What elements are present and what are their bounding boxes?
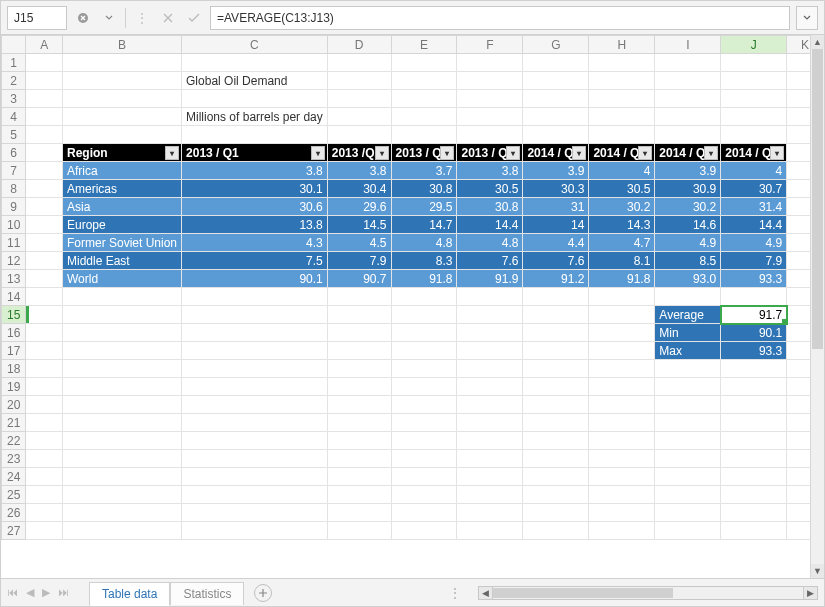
cell[interactable] (62, 432, 181, 450)
cell[interactable] (589, 432, 655, 450)
row-header-13[interactable]: 13 (2, 270, 26, 288)
data-cell[interactable]: 4.8 (457, 234, 523, 252)
cell[interactable] (182, 432, 328, 450)
row-header-25[interactable]: 25 (2, 486, 26, 504)
cell[interactable] (589, 378, 655, 396)
row-header-9[interactable]: 9 (2, 198, 26, 216)
cell[interactable] (589, 450, 655, 468)
cell[interactable] (62, 396, 181, 414)
nav-prev-icon[interactable]: ◀ (26, 586, 34, 599)
sheet-tab-statistics[interactable]: Statistics (170, 582, 244, 605)
cell[interactable] (62, 288, 181, 306)
col-header-A[interactable]: A (26, 36, 63, 54)
data-cell[interactable]: 3.9 (655, 162, 721, 180)
region-cell[interactable]: Africa (62, 162, 181, 180)
cell[interactable] (655, 54, 721, 72)
cell[interactable] (523, 108, 589, 126)
filter-icon[interactable]: ▾ (311, 146, 325, 160)
cell[interactable] (26, 252, 63, 270)
filter-icon[interactable]: ▾ (165, 146, 179, 160)
cell[interactable] (391, 342, 457, 360)
cell[interactable] (523, 414, 589, 432)
data-cell[interactable]: 7.6 (523, 252, 589, 270)
data-cell[interactable]: 4.4 (523, 234, 589, 252)
data-cell[interactable]: 8.1 (589, 252, 655, 270)
subtitle-cell[interactable]: Millions of barrels per day (182, 108, 328, 126)
vertical-scrollbar[interactable]: ▲ ▼ (810, 35, 824, 578)
cell[interactable] (523, 342, 589, 360)
cell[interactable] (523, 360, 589, 378)
cell[interactable] (62, 306, 181, 324)
cell[interactable] (26, 468, 63, 486)
cell[interactable] (391, 360, 457, 378)
cell[interactable] (182, 504, 328, 522)
cell[interactable] (655, 360, 721, 378)
cell[interactable] (457, 288, 523, 306)
cell[interactable] (327, 288, 391, 306)
cell[interactable] (391, 72, 457, 90)
cell[interactable] (391, 90, 457, 108)
cell[interactable] (457, 468, 523, 486)
filter-icon[interactable]: ▾ (375, 146, 389, 160)
row-header-24[interactable]: 24 (2, 468, 26, 486)
cell[interactable] (655, 468, 721, 486)
sheet-tab-table-data[interactable]: Table data (89, 582, 170, 606)
table-header[interactable]: 2013 / Q4▾ (457, 144, 523, 162)
data-cell[interactable]: 14.4 (457, 216, 523, 234)
cell[interactable] (327, 324, 391, 342)
cell[interactable] (26, 414, 63, 432)
data-cell[interactable]: 3.9 (523, 162, 589, 180)
cell[interactable] (26, 396, 63, 414)
cell[interactable] (327, 342, 391, 360)
data-cell[interactable]: 91.2 (523, 270, 589, 288)
data-cell[interactable]: 93.0 (655, 270, 721, 288)
data-cell[interactable]: 14.7 (391, 216, 457, 234)
cell[interactable] (26, 378, 63, 396)
cell[interactable] (589, 306, 655, 324)
cell[interactable] (655, 288, 721, 306)
data-cell[interactable]: 30.6 (182, 198, 328, 216)
filter-icon[interactable]: ▾ (506, 146, 520, 160)
data-cell[interactable]: 7.6 (457, 252, 523, 270)
data-cell[interactable]: 4.9 (655, 234, 721, 252)
filter-icon[interactable]: ▾ (704, 146, 718, 160)
cell[interactable] (457, 126, 523, 144)
clear-icon[interactable] (73, 8, 93, 28)
cell[interactable] (62, 324, 181, 342)
splitter-icon[interactable]: ⋮ (449, 586, 462, 600)
cell[interactable] (523, 450, 589, 468)
cell[interactable] (182, 126, 328, 144)
cell[interactable] (721, 486, 787, 504)
col-header-H[interactable]: H (589, 36, 655, 54)
scroll-down-icon[interactable]: ▼ (811, 564, 824, 578)
cell[interactable] (391, 54, 457, 72)
cell[interactable] (721, 450, 787, 468)
cell[interactable] (26, 54, 63, 72)
data-cell[interactable]: 3.8 (182, 162, 328, 180)
cell[interactable] (457, 504, 523, 522)
cell[interactable] (721, 288, 787, 306)
cell[interactable] (26, 198, 63, 216)
row-header-17[interactable]: 17 (2, 342, 26, 360)
data-cell[interactable]: 4.5 (327, 234, 391, 252)
row-header-2[interactable]: 2 (2, 72, 26, 90)
row-header-18[interactable]: 18 (2, 360, 26, 378)
scroll-left-icon[interactable]: ◀ (479, 587, 493, 599)
data-cell[interactable]: 8.5 (655, 252, 721, 270)
cell[interactable] (327, 432, 391, 450)
cell[interactable] (26, 486, 63, 504)
cell[interactable] (182, 90, 328, 108)
cell[interactable] (589, 504, 655, 522)
cell[interactable] (26, 90, 63, 108)
data-cell[interactable]: 30.7 (721, 180, 787, 198)
cell[interactable] (391, 414, 457, 432)
row-header-10[interactable]: 10 (2, 216, 26, 234)
data-cell[interactable]: 4 (589, 162, 655, 180)
cell[interactable] (523, 288, 589, 306)
row-header-4[interactable]: 4 (2, 108, 26, 126)
region-cell[interactable]: Middle East (62, 252, 181, 270)
cell[interactable] (721, 54, 787, 72)
cell[interactable] (655, 126, 721, 144)
cell[interactable] (182, 324, 328, 342)
title-cell[interactable]: Global Oil Demand (182, 72, 328, 90)
